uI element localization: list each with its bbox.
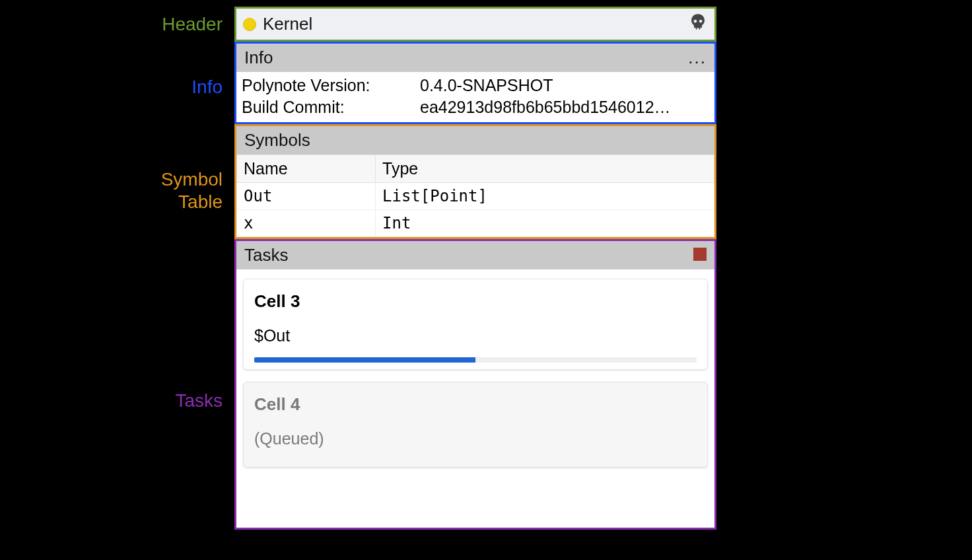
annotation-info: Info	[191, 76, 223, 98]
kernel-header-section: Kernel	[234, 7, 716, 42]
info-menu-button[interactable]: ...	[688, 48, 707, 68]
symbols-col-name: Name	[237, 155, 376, 183]
symbols-section: Symbols Name Type Out List[Point] x	[234, 124, 716, 239]
annotation-header: Header	[162, 13, 223, 36]
symbols-col-type: Type	[376, 155, 714, 183]
task-title: Cell 3	[254, 291, 697, 312]
info-section: Info ... Polynote Version: 0.4.0-SNAPSHO…	[234, 42, 716, 124]
kill-kernel-button[interactable]	[688, 13, 708, 36]
table-row[interactable]: Out List[Point]	[237, 183, 714, 210]
table-row[interactable]: x Int	[237, 210, 714, 237]
info-key: Polynote Version:	[242, 76, 420, 95]
annotation-tasks: Tasks	[175, 390, 223, 412]
task-card-running[interactable]: Cell 3 $Out	[243, 279, 708, 370]
tasks-title: Tasks	[244, 245, 288, 265]
info-row: Build Commit: ea42913d98fb6b65bbd1546012…	[242, 96, 709, 118]
kernel-title: Kernel	[263, 14, 688, 34]
symbols-title: Symbols	[244, 130, 310, 151]
symbol-type: Int	[376, 210, 714, 237]
annotation-symbols: Symbol Table	[117, 168, 223, 213]
symbol-type: List[Point]	[376, 183, 714, 210]
symbol-name: Out	[237, 183, 376, 210]
task-subtitle: (Queued)	[254, 429, 697, 448]
tasks-section: Tasks Cell 3 $Out Cell 4 (Queued)	[234, 239, 716, 530]
info-title: Info	[244, 48, 273, 68]
tasks-body: Cell 3 $Out Cell 4 (Queued)	[236, 269, 714, 489]
info-value: ea42913d98fb6b65bbd1546012…	[420, 98, 709, 117]
task-title: Cell 4	[254, 394, 697, 415]
info-body: Polynote Version: 0.4.0-SNAPSHOT Build C…	[236, 72, 714, 122]
task-card-queued[interactable]: Cell 4 (Queued)	[243, 382, 708, 468]
info-row: Polynote Version: 0.4.0-SNAPSHOT	[242, 75, 709, 96]
task-subtitle: $Out	[254, 326, 697, 345]
skull-icon	[688, 13, 708, 31]
info-key: Build Commit:	[242, 98, 420, 117]
kernel-status-dot-icon	[243, 18, 256, 31]
task-progress-bar	[254, 357, 475, 363]
symbols-header: Symbols	[236, 126, 714, 155]
symbol-name: x	[237, 210, 376, 237]
info-header: Info ...	[236, 44, 714, 72]
cancel-all-tasks-button[interactable]	[693, 245, 707, 265]
info-value: 0.4.0-SNAPSHOT	[420, 76, 709, 95]
stop-icon	[693, 248, 707, 261]
task-progress-track	[254, 357, 697, 363]
symbols-table: Name Type Out List[Point] x Int	[236, 155, 714, 237]
kernel-header-row: Kernel	[236, 9, 714, 40]
kernel-panel: Kernel Info ... Polynote Version: 0.4.0-…	[234, 7, 716, 530]
tasks-header: Tasks	[236, 241, 714, 269]
